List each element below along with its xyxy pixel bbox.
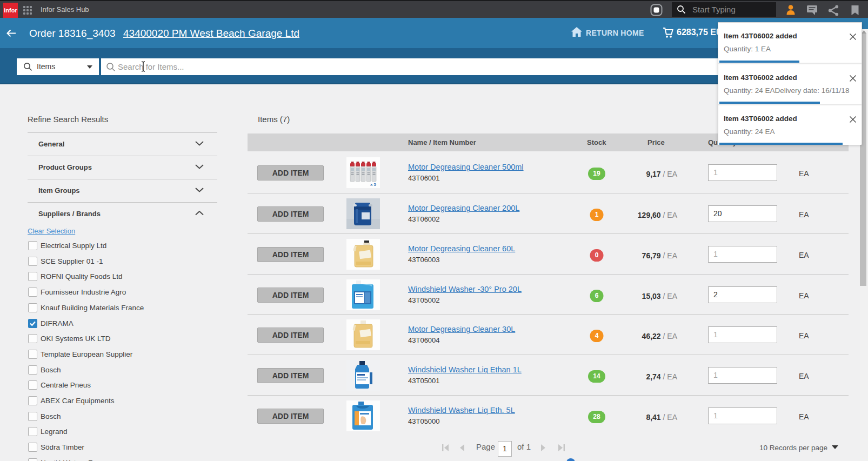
svg-text:x 5: x 5 (370, 182, 377, 187)
